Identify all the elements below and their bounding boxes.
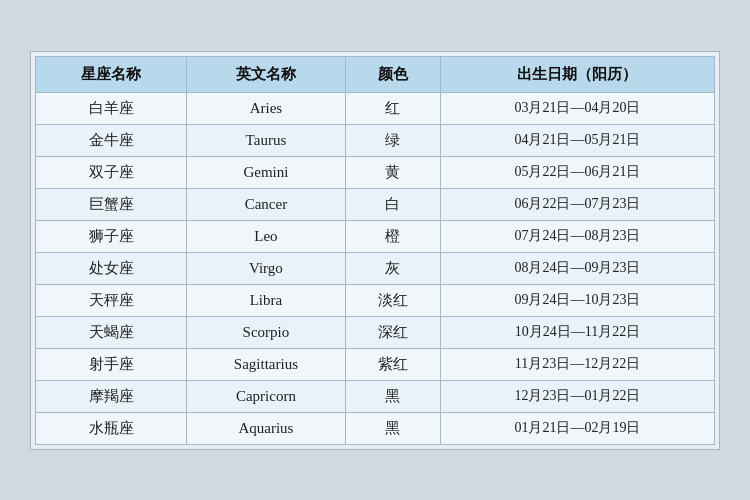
cell-chinese: 射手座	[36, 348, 187, 380]
cell-date: 10月24日—11月22日	[440, 316, 714, 348]
cell-english: Libra	[187, 284, 346, 316]
header-color: 颜色	[345, 56, 440, 92]
header-chinese: 星座名称	[36, 56, 187, 92]
cell-chinese: 天秤座	[36, 284, 187, 316]
cell-chinese: 白羊座	[36, 92, 187, 124]
table-row: 狮子座Leo橙07月24日—08月23日	[36, 220, 715, 252]
cell-chinese: 金牛座	[36, 124, 187, 156]
cell-color: 黑	[345, 380, 440, 412]
cell-chinese: 水瓶座	[36, 412, 187, 444]
cell-date: 04月21日—05月21日	[440, 124, 714, 156]
cell-chinese: 天蝎座	[36, 316, 187, 348]
cell-color: 灰	[345, 252, 440, 284]
cell-english: Virgo	[187, 252, 346, 284]
header-date: 出生日期（阳历）	[440, 56, 714, 92]
cell-date: 05月22日—06月21日	[440, 156, 714, 188]
table-row: 水瓶座Aquarius黑01月21日—02月19日	[36, 412, 715, 444]
cell-color: 紫红	[345, 348, 440, 380]
cell-date: 12月23日—01月22日	[440, 380, 714, 412]
cell-color: 红	[345, 92, 440, 124]
cell-date: 11月23日—12月22日	[440, 348, 714, 380]
cell-color: 淡红	[345, 284, 440, 316]
cell-color: 黄	[345, 156, 440, 188]
cell-color: 黑	[345, 412, 440, 444]
cell-chinese: 狮子座	[36, 220, 187, 252]
header-english: 英文名称	[187, 56, 346, 92]
table-header-row: 星座名称 英文名称 颜色 出生日期（阳历）	[36, 56, 715, 92]
cell-english: Aquarius	[187, 412, 346, 444]
table-row: 天蝎座Scorpio深红10月24日—11月22日	[36, 316, 715, 348]
cell-english: Capricorn	[187, 380, 346, 412]
cell-date: 08月24日—09月23日	[440, 252, 714, 284]
table-row: 射手座Sagittarius紫红11月23日—12月22日	[36, 348, 715, 380]
table-row: 金牛座Taurus绿04月21日—05月21日	[36, 124, 715, 156]
cell-date: 09月24日—10月23日	[440, 284, 714, 316]
zodiac-table: 星座名称 英文名称 颜色 出生日期（阳历） 白羊座Aries红03月21日—04…	[35, 56, 715, 445]
table-row: 处女座Virgo灰08月24日—09月23日	[36, 252, 715, 284]
table-row: 巨蟹座Cancer白06月22日—07月23日	[36, 188, 715, 220]
zodiac-table-container: 星座名称 英文名称 颜色 出生日期（阳历） 白羊座Aries红03月21日—04…	[30, 51, 720, 450]
cell-chinese: 摩羯座	[36, 380, 187, 412]
cell-date: 07月24日—08月23日	[440, 220, 714, 252]
cell-color: 绿	[345, 124, 440, 156]
table-row: 天秤座Libra淡红09月24日—10月23日	[36, 284, 715, 316]
cell-chinese: 双子座	[36, 156, 187, 188]
cell-english: Aries	[187, 92, 346, 124]
cell-date: 01月21日—02月19日	[440, 412, 714, 444]
table-row: 白羊座Aries红03月21日—04月20日	[36, 92, 715, 124]
cell-english: Scorpio	[187, 316, 346, 348]
table-row: 摩羯座Capricorn黑12月23日—01月22日	[36, 380, 715, 412]
cell-color: 橙	[345, 220, 440, 252]
cell-english: Sagittarius	[187, 348, 346, 380]
cell-date: 06月22日—07月23日	[440, 188, 714, 220]
cell-english: Taurus	[187, 124, 346, 156]
cell-chinese: 巨蟹座	[36, 188, 187, 220]
cell-color: 白	[345, 188, 440, 220]
cell-color: 深红	[345, 316, 440, 348]
cell-date: 03月21日—04月20日	[440, 92, 714, 124]
cell-chinese: 处女座	[36, 252, 187, 284]
cell-english: Gemini	[187, 156, 346, 188]
cell-english: Cancer	[187, 188, 346, 220]
table-row: 双子座Gemini黄05月22日—06月21日	[36, 156, 715, 188]
cell-english: Leo	[187, 220, 346, 252]
